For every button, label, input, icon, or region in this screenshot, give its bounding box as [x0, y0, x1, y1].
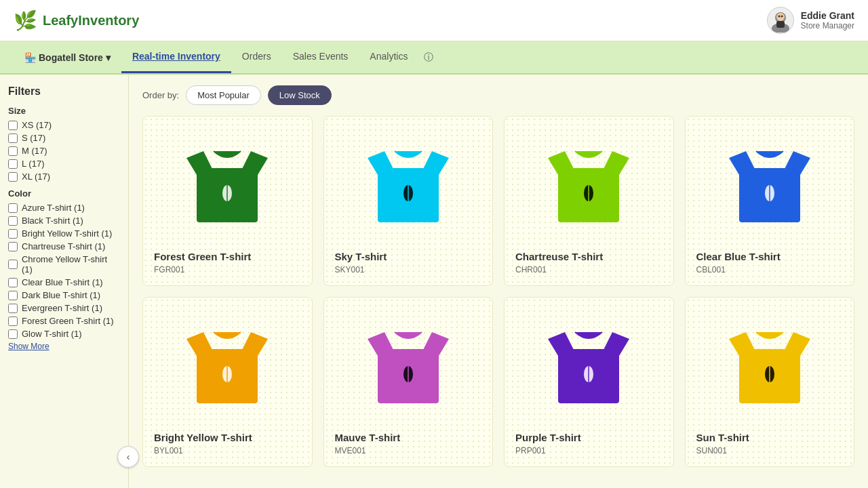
color-checkbox-5[interactable] — [8, 278, 18, 287]
size-filter-title: Size — [8, 106, 120, 116]
product-grid: Forest Green T-shirt FGR001 Sky T-shirt … — [142, 116, 854, 467]
color-filter-item: Dark Blue T-shirt (1) — [8, 290, 120, 300]
product-sku: CHR001 — [515, 265, 663, 274]
content-area: Order by: Most Popular Low Stock Forest … — [129, 75, 868, 488]
color-filters: Azure T-shirt (1)Black T-shirt (1)Bright… — [8, 203, 120, 339]
color-checkbox-7[interactable] — [8, 304, 18, 313]
size-label-3: L (17) — [22, 159, 44, 169]
svg-point-5 — [781, 16, 783, 18]
size-checkbox-3[interactable] — [8, 159, 18, 169]
color-filter-item: Azure T-shirt (1) — [8, 203, 120, 213]
color-label-3: Chartreuse T-shirt (1) — [22, 241, 105, 251]
tshirt-image — [696, 127, 844, 243]
color-label-8: Forest Green T-shirt (1) — [22, 316, 114, 326]
nav-realtime[interactable]: Real-time Inventory — [121, 41, 231, 73]
color-label-4: Chrome Yellow T-shirt (1) — [22, 254, 120, 274]
tshirt-image — [696, 308, 844, 424]
tshirt-image — [335, 308, 482, 424]
product-card[interactable]: Forest Green T-shirt FGR001 — [142, 116, 313, 286]
order-low-stock[interactable]: Low Stock — [268, 85, 332, 105]
nav-links: Real-time Inventory Orders Sales Events … — [121, 41, 418, 73]
product-name: Sky T-shirt — [335, 251, 482, 262]
color-checkbox-4[interactable] — [8, 260, 18, 269]
tshirt-image — [335, 127, 482, 243]
product-name: Forest Green T-shirt — [154, 251, 301, 262]
user-text: Eddie Grant Store Manager — [801, 10, 854, 30]
store-icon: 🏪 — [24, 52, 36, 63]
size-filter-item: M (17) — [8, 146, 120, 156]
color-filter-item: Forest Green T-shirt (1) — [8, 316, 120, 326]
size-checkbox-2[interactable] — [8, 146, 18, 156]
product-card[interactable]: Purple T-shirt PRP001 — [504, 297, 674, 467]
product-sku: MVE001 — [335, 446, 482, 455]
order-by-bar: Order by: Most Popular Low Stock — [142, 85, 854, 105]
color-label-5: Clear Blue T-shirt (1) — [22, 277, 103, 287]
order-most-popular[interactable]: Most Popular — [186, 85, 261, 105]
size-label-4: XL (17) — [22, 171, 50, 182]
size-checkbox-4[interactable] — [8, 172, 18, 182]
product-sku: SUN001 — [696, 446, 844, 455]
color-checkbox-0[interactable] — [8, 203, 18, 213]
color-checkbox-3[interactable] — [8, 242, 18, 251]
info-icon[interactable]: ⓘ — [418, 42, 439, 73]
main-layout: Filters Size XS (17)S (17)M (17)L (17)XL… — [0, 75, 868, 488]
sidebar: Filters Size XS (17)S (17)M (17)L (17)XL… — [0, 75, 129, 488]
color-label-6: Dark Blue T-shirt (1) — [22, 290, 100, 300]
store-name: Bogatell Store — [39, 52, 103, 63]
svg-point-4 — [778, 16, 780, 18]
color-label-7: Evergreen T-shirt (1) — [22, 303, 102, 313]
header: 🌿 LeafyInventory Eddie Grant Store Manag… — [0, 0, 868, 41]
size-filter-item: L (17) — [8, 159, 120, 169]
color-filter-item: Black T-shirt (1) — [8, 216, 120, 226]
navigation: 🏪 Bogatell Store ▾ Real-time Inventory O… — [0, 41, 868, 75]
show-more[interactable]: Show More — [8, 342, 120, 351]
product-card[interactable]: Sky T-shirt SKY001 — [323, 116, 494, 286]
nav-sales[interactable]: Sales Events — [282, 41, 359, 73]
product-card[interactable]: Bright Yellow T-shirt BYL001 — [142, 297, 313, 467]
product-sku: SKY001 — [335, 265, 482, 274]
product-name: Sun T-shirt — [696, 432, 844, 443]
user-info: Eddie Grant Store Manager — [767, 7, 854, 34]
product-sku: FGR001 — [154, 265, 301, 274]
product-sku: PRP001 — [515, 446, 663, 455]
color-filter-item: Glow T-shirt (1) — [8, 329, 120, 339]
size-checkbox-1[interactable] — [8, 134, 18, 143]
product-card[interactable]: Sun T-shirt SUN001 — [685, 297, 855, 467]
user-role: Store Manager — [801, 21, 854, 30]
store-selector[interactable]: 🏪 Bogatell Store ▾ — [14, 43, 121, 73]
product-card[interactable]: Chartreuse T-shirt CHR001 — [504, 116, 674, 286]
avatar — [767, 7, 794, 34]
color-checkbox-2[interactable] — [8, 229, 18, 239]
tshirt-image — [154, 127, 301, 243]
user-name: Eddie Grant — [801, 10, 854, 21]
product-name: Chartreuse T-shirt — [515, 251, 663, 262]
color-checkbox-8[interactable] — [8, 317, 18, 326]
size-filters: XS (17)S (17)M (17)L (17)XL (17) — [8, 120, 120, 182]
svg-rect-3 — [776, 21, 785, 28]
tshirt-image — [154, 308, 301, 424]
product-sku: CBL001 — [696, 265, 844, 274]
product-name: Clear Blue T-shirt — [696, 251, 844, 262]
filters-title: Filters — [8, 85, 120, 98]
color-checkbox-6[interactable] — [8, 291, 18, 300]
color-filter-item: Evergreen T-shirt (1) — [8, 303, 120, 313]
product-card[interactable]: Clear Blue T-shirt CBL001 — [685, 116, 855, 286]
nav-orders[interactable]: Orders — [231, 41, 282, 73]
color-filter-title: Color — [8, 188, 120, 199]
size-filter-item: XS (17) — [8, 120, 120, 130]
store-dropdown-icon: ▾ — [106, 52, 111, 63]
size-filter-item: S (17) — [8, 133, 120, 143]
nav-analytics[interactable]: Analytics — [359, 41, 418, 73]
color-filter-item: Chartreuse T-shirt (1) — [8, 241, 120, 251]
logo-icon: 🌿 — [14, 9, 37, 32]
size-filter-item: XL (17) — [8, 171, 120, 182]
size-label-1: S (17) — [22, 133, 45, 143]
size-label-2: M (17) — [22, 146, 47, 156]
order-label: Order by: — [142, 90, 179, 100]
size-checkbox-0[interactable] — [8, 121, 18, 130]
color-filter-item: Bright Yellow T-shirt (1) — [8, 228, 120, 239]
color-checkbox-1[interactable] — [8, 216, 18, 226]
color-checkbox-9[interactable] — [8, 329, 18, 339]
product-card[interactable]: Mauve T-shirt MVE001 — [323, 297, 494, 467]
sidebar-toggle[interactable]: ‹ — [117, 446, 139, 468]
